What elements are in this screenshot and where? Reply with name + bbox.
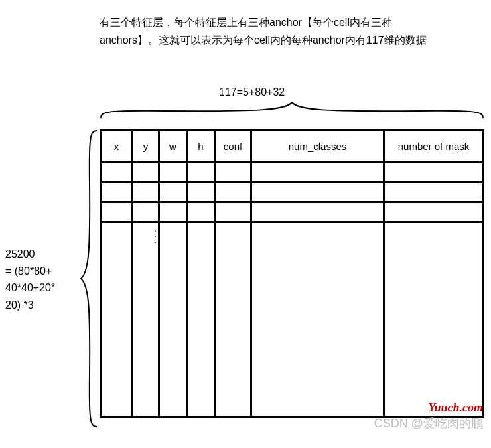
description-text: 有三个特征层，每个特征层上有三种anchor【每个cell内有三种anchors… [100,13,431,49]
top-curly-brace-icon [100,100,484,119]
top-equation: 117=5+80+32 [219,86,285,98]
table-header-row: x y w h conf num_classes number of mask [102,131,482,161]
left-annotation: 25200 = (80*80+ 40*40+20* 20) *3 [5,246,77,313]
header-x: x [102,131,131,161]
table-row [102,161,482,181]
header-number-of-mask: number of mask [383,131,482,161]
ellipsis-dots-icon: ... [154,226,157,242]
tensor-table: x y w h conf num_classes number of mask [100,129,484,418]
header-w: w [158,131,186,161]
watermark-yuuch: Yuuch.com [428,401,483,415]
left-curly-brace-icon [78,129,98,428]
left-anno-line1: 25200 [5,246,77,263]
left-anno-line4: 20) *3 [5,297,77,314]
left-anno-line3: 40*40+20* [5,279,77,297]
header-num-classes: num_classes [250,131,383,161]
header-y: y [131,131,158,161]
watermark-csdn: CSDN @爱吃肉的鹏 [374,415,483,431]
table-row [102,201,482,221]
header-conf: conf [214,131,250,161]
table-row [102,221,482,416]
header-h: h [186,131,214,161]
table-row [102,181,482,201]
left-anno-line2: = (80*80+ [5,263,77,280]
